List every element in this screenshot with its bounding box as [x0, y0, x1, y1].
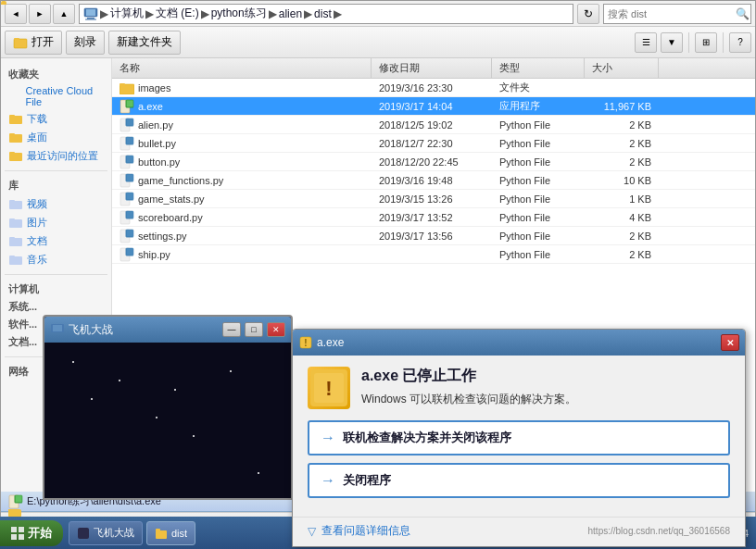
col-header-date[interactable]: 修改日期: [372, 58, 492, 78]
search-icon: 🔍: [736, 7, 750, 20]
sidebar-divider-1: [5, 170, 107, 171]
path-segment-1[interactable]: 文档 (E:): [156, 6, 199, 21]
python-file-icon: [120, 136, 134, 151]
cell-size: 2 KB: [585, 138, 659, 149]
taskbar-item-game[interactable]: 飞机大战: [69, 521, 143, 545]
dialog-footer[interactable]: ▽ 查看问题详细信息 https://blog.csdn.net/qq_3601…: [293, 517, 745, 546]
new-folder-button[interactable]: 新建文件夹: [108, 31, 181, 55]
up-icon: ▲: [60, 9, 69, 19]
sidebar-divider-2: [5, 274, 107, 275]
table-row[interactable]: alien.py 2018/12/5 19:02 Python File 2 K…: [112, 116, 755, 134]
path-separator-1: ▶: [145, 7, 154, 20]
cell-date: 2019/3/15 13:26: [372, 193, 492, 205]
open-icon: [13, 35, 28, 50]
details-view-button[interactable]: ⊞: [695, 32, 717, 53]
sidebar-item-video[interactable]: 视频: [5, 194, 107, 213]
sidebar-item-picture[interactable]: 图片: [5, 213, 107, 231]
cell-date: 2018/12/5 19:02: [372, 119, 492, 131]
python-file-icon: [120, 118, 134, 132]
burn-label: 刻录: [74, 34, 96, 50]
svg-rect-55: [126, 248, 133, 256]
sidebar-cloud-label: Creative Cloud File: [25, 85, 104, 107]
download-folder-icon: [8, 111, 23, 126]
watermark-text: https://blog.csdn.net/qq_36016568: [588, 526, 730, 536]
table-row[interactable]: ship.py Python File 2 KB: [112, 245, 755, 264]
toolbar: 打开 刻录 新建文件夹 ☰ ▼ ⊞ ?: [1, 27, 755, 58]
cell-type: Python File: [492, 249, 585, 260]
svg-rect-69: [11, 527, 17, 532]
start-button[interactable]: 开始: [0, 520, 63, 546]
view-button[interactable]: ☰: [635, 32, 657, 53]
sidebar-item-cloud[interactable]: Creative Cloud File: [5, 83, 107, 109]
svg-rect-1: [86, 9, 95, 16]
picture-icon: [8, 215, 23, 230]
table-row[interactable]: button.py 2018/12/20 22:45 Python File 2…: [112, 153, 755, 171]
svg-text:!: !: [325, 377, 332, 400]
dialog-option1-button[interactable]: → 联机检查解决方案并关闭该程序: [308, 420, 730, 455]
sidebar-item-download[interactable]: 下载: [5, 109, 107, 128]
sidebar-item-recent[interactable]: 最近访问的位置: [5, 146, 107, 165]
file-name-text: images: [138, 82, 170, 94]
open-button[interactable]: 打开: [5, 31, 62, 55]
game-maximize-button[interactable]: □: [245, 322, 263, 337]
svg-rect-59: [15, 495, 22, 503]
file-icon: [120, 155, 134, 169]
file-icon: [120, 247, 134, 262]
forward-icon: ►: [36, 9, 44, 19]
sidebar-item-desktop[interactable]: 桌面: [5, 128, 107, 146]
dialog-close-button[interactable]: ✕: [721, 334, 739, 351]
cell-name: alien.py: [112, 118, 372, 132]
start-label: 开始: [28, 525, 52, 542]
path-segment-3[interactable]: alien: [279, 7, 302, 20]
cell-size: 2 KB: [585, 231, 659, 242]
sidebar-computer-label: 计算机: [5, 281, 107, 298]
table-row[interactable]: settings.py 2019/3/17 13:56 Python File …: [112, 227, 755, 245]
cell-type: 应用程序: [492, 99, 585, 113]
nav-buttons: ◄ ► ▲: [5, 4, 75, 24]
path-segment-4[interactable]: dist: [314, 7, 332, 20]
path-segment-0[interactable]: 计算机: [110, 6, 144, 21]
file-name-text: button.py: [138, 156, 180, 168]
game-close-button[interactable]: ✕: [267, 322, 285, 337]
up-button[interactable]: ▲: [53, 4, 75, 24]
python-file-icon: [120, 229, 134, 243]
address-path-container[interactable]: ▶ 计算机 ▶ 文档 (E:) ▶ python练习 ▶ alien ▶ dis…: [79, 4, 573, 24]
back-button[interactable]: ◄: [5, 4, 27, 24]
taskbar-item-dist[interactable]: dist: [146, 521, 195, 545]
burn-button[interactable]: 刻录: [66, 31, 105, 55]
col-header-name[interactable]: 名称: [112, 58, 372, 78]
game-window-icon: [50, 322, 65, 337]
col-header-size[interactable]: 大小: [585, 58, 659, 78]
sidebar-item-docs[interactable]: 文档: [5, 231, 107, 250]
table-row[interactable]: scoreboard.py 2019/3/17 13:52 Python Fil…: [112, 208, 755, 227]
table-row[interactable]: bullet.py 2018/12/7 22:30 Python File 2 …: [112, 134, 755, 153]
table-row[interactable]: a.exe 2019/3/17 14:04 应用程序 11,967 KB: [112, 97, 755, 116]
path-separator-0: ▶: [100, 7, 108, 20]
view-dropdown[interactable]: ▼: [661, 32, 683, 53]
cell-name: bullet.py: [112, 136, 372, 151]
forward-button[interactable]: ►: [29, 4, 51, 24]
python-file-icon: [120, 173, 134, 188]
help-button[interactable]: ?: [729, 32, 751, 53]
desktop-folder-icon: [8, 130, 23, 144]
file-name-text: bullet.py: [138, 138, 176, 149]
path-segment-2[interactable]: python练习: [211, 6, 267, 21]
search-input[interactable]: [608, 8, 736, 19]
game-minimize-button[interactable]: —: [222, 322, 241, 337]
sidebar-recent-label: 最近访问的位置: [27, 149, 98, 163]
game-window: 飞机大战 — □ ✕: [43, 315, 293, 500]
new-folder-label: 新建文件夹: [117, 34, 172, 50]
path-separator-2: ▶: [201, 7, 209, 20]
col-header-type[interactable]: 类型: [492, 58, 585, 78]
file-icon: [120, 118, 134, 132]
search-box: 🔍: [603, 4, 751, 24]
sidebar-item-music[interactable]: 音乐: [5, 250, 107, 268]
toolbar-separator-2: [723, 32, 724, 53]
refresh-button[interactable]: ↻: [577, 4, 599, 24]
file-icon: [120, 210, 134, 225]
table-row[interactable]: images 2019/3/16 23:30 文件夹: [112, 79, 755, 97]
dialog-option2-button[interactable]: → 关闭程序: [308, 463, 730, 498]
table-row[interactable]: game_stats.py 2019/3/15 13:26 Python Fil…: [112, 190, 755, 208]
table-row[interactable]: game_functions.py 2019/3/16 19:48 Python…: [112, 171, 755, 190]
svg-rect-21: [120, 83, 125, 86]
